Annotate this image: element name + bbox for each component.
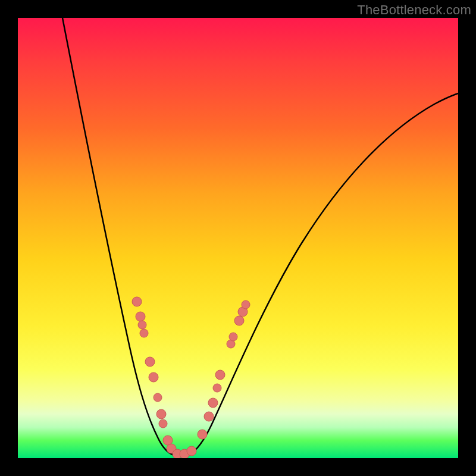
data-dot	[215, 370, 225, 380]
data-dot	[145, 357, 155, 367]
data-dot	[208, 398, 218, 408]
data-dot	[149, 372, 158, 382]
data-dot	[198, 430, 207, 439]
data-dot	[138, 321, 146, 329]
data-dot	[234, 316, 244, 325]
bottleneck-curve	[18, 18, 458, 458]
curve-right-branch	[189, 93, 458, 455]
data-dot	[187, 446, 196, 456]
data-dot	[242, 300, 250, 309]
plot-area	[18, 18, 458, 458]
data-dot	[132, 297, 142, 306]
data-dot	[140, 329, 148, 337]
curve-left-branch	[62, 18, 178, 456]
watermark-text: TheBottleneck.com	[357, 2, 471, 18]
data-dot	[136, 312, 145, 321]
data-dot	[204, 412, 214, 421]
data-dot	[229, 333, 237, 341]
chart-frame: TheBottleneck.com	[0, 0, 476, 476]
data-dot	[159, 419, 167, 428]
data-dot	[154, 393, 162, 402]
data-dot	[156, 409, 166, 419]
data-dot	[213, 384, 221, 392]
